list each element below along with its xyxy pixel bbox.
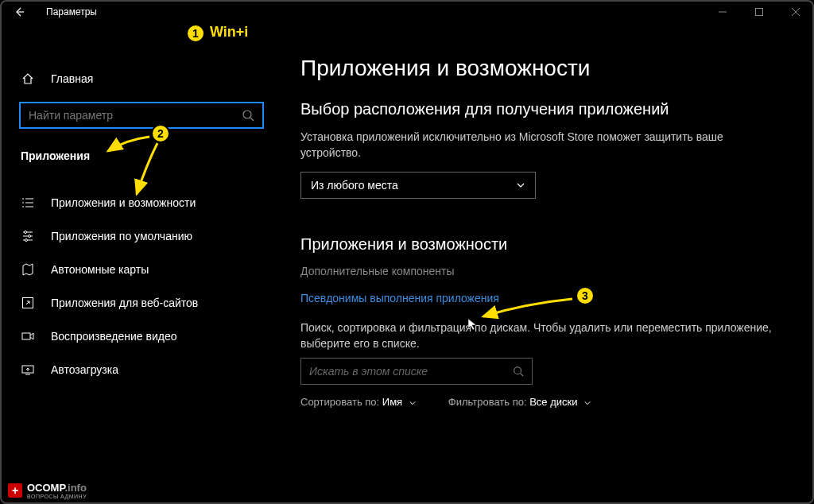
maximize-button[interactable] <box>741 0 777 24</box>
sidebar: Главная Приложения Приложения и возможно… <box>0 24 277 504</box>
sidebar-item-video-playback[interactable]: Воспроизведение видео <box>0 320 277 353</box>
svg-rect-19 <box>22 333 30 339</box>
chevron-down-icon <box>516 180 525 190</box>
startup-icon <box>21 362 35 377</box>
watermark-text: OCOMP.info ВОПРОСЫ АДМИНУ <box>27 482 87 499</box>
dropdown-value: Из любого места <box>311 179 398 192</box>
section-label-apps: Приложения <box>0 135 277 172</box>
app-search-field[interactable] <box>309 365 513 378</box>
home-icon <box>21 72 35 86</box>
annotation-label-1: Win+i <box>210 24 248 41</box>
annotation-badge-2: 2 <box>151 124 170 143</box>
close-button[interactable] <box>777 0 814 24</box>
arrow-left-icon <box>14 6 25 17</box>
filter-by-label: Фильтровать по: <box>448 396 527 408</box>
section-source-title: Выбор расположения для получения приложе… <box>300 100 782 118</box>
svg-line-5 <box>250 118 254 121</box>
sidebar-item-default-apps[interactable]: Приложения по умолчанию <box>0 219 277 253</box>
sidebar-item-startup[interactable]: Автозагрузка <box>0 353 277 386</box>
svg-point-16 <box>29 235 31 238</box>
annotation-badge-3: 3 <box>576 286 595 305</box>
map-icon <box>21 262 35 277</box>
svg-rect-1 <box>756 9 763 16</box>
search-input[interactable] <box>19 102 264 129</box>
optional-features-link[interactable]: Дополнительные компоненты <box>300 265 782 277</box>
sidebar-item-label: Автономные карты <box>51 263 149 276</box>
titlebar: Параметры <box>0 0 814 24</box>
svg-point-17 <box>25 239 28 242</box>
sidebar-item-label: Приложения для веб-сайтов <box>51 297 198 309</box>
chevron-down-icon <box>583 399 591 407</box>
home-button[interactable]: Главная <box>0 62 277 95</box>
minimize-button[interactable] <box>704 0 741 24</box>
sidebar-item-label: Автозагрузка <box>51 363 118 376</box>
search-icon <box>513 366 524 377</box>
sidebar-item-offline-maps[interactable]: Автономные карты <box>0 253 277 286</box>
annotation-badge-1: 1 <box>186 24 205 43</box>
svg-point-4 <box>243 110 251 118</box>
back-button[interactable] <box>11 4 27 20</box>
filter-by-value: Все диски <box>529 396 577 408</box>
sort-by-value: Имя <box>382 396 402 408</box>
app-search-input[interactable] <box>300 358 533 385</box>
home-label: Главная <box>51 72 93 85</box>
open-icon <box>21 296 35 310</box>
sidebar-item-label: Приложения и возможности <box>51 196 196 209</box>
section-source-body: Установка приложений исключительно из Mi… <box>300 130 782 161</box>
main-content: Приложения и возможности Выбор расположе… <box>277 24 814 504</box>
sidebar-item-apps-features[interactable]: Приложения и возможности <box>0 186 277 219</box>
window-controls <box>704 0 814 24</box>
sidebar-item-website-apps[interactable]: Приложения для веб-сайтов <box>0 286 277 320</box>
svg-point-15 <box>25 231 27 234</box>
search-field[interactable] <box>29 109 242 122</box>
filter-by-dropdown[interactable]: Фильтровать по: Все диски <box>448 396 591 408</box>
page-title: Приложения и возможности <box>300 56 782 81</box>
filter-description: Поиск, сортировка и фильтрация по дискам… <box>300 320 782 351</box>
window-title: Параметры <box>46 6 97 17</box>
svg-line-23 <box>521 374 524 377</box>
watermark: + OCOMP.info ВОПРОСЫ АДМИНУ <box>8 482 87 499</box>
section-apps-title: Приложения и возможности <box>300 235 782 254</box>
video-icon <box>21 329 35 343</box>
install-source-dropdown[interactable]: Из любого места <box>300 172 536 199</box>
sidebar-item-label: Воспроизведение видео <box>51 330 176 343</box>
svg-point-22 <box>514 367 521 374</box>
search-icon <box>242 109 254 122</box>
sidebar-item-label: Приложения по умолчанию <box>51 230 192 242</box>
sort-by-label: Сортировать по: <box>300 396 379 408</box>
sort-by-dropdown[interactable]: Сортировать по: Имя <box>300 396 417 408</box>
plus-icon: + <box>8 483 22 498</box>
chevron-down-icon <box>409 399 417 407</box>
list-icon <box>21 196 35 210</box>
execution-aliases-link[interactable]: Псевдонимы выполнения приложения <box>300 292 782 304</box>
defaults-icon <box>21 229 35 243</box>
